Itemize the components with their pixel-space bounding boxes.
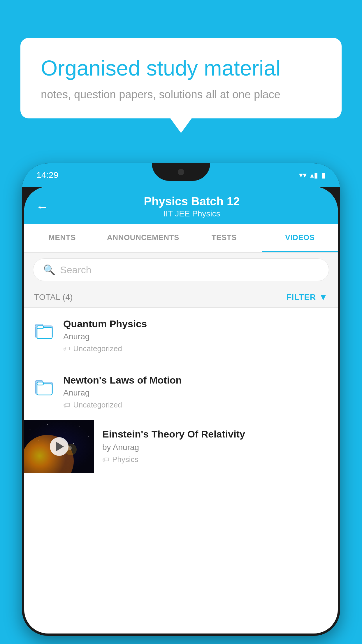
total-count: TOTAL (4) bbox=[34, 293, 73, 302]
search-bar[interactable]: 🔍 Search bbox=[33, 258, 329, 281]
camera bbox=[178, 169, 184, 175]
item-title: Newton's Laws of Motion bbox=[63, 374, 328, 386]
item-author: by Anurag bbox=[102, 443, 330, 452]
tab-bar: MENTS ANNOUNCEMENTS TESTS VIDEOS bbox=[24, 224, 338, 253]
bubble-subtitle: notes, question papers, solutions all at… bbox=[41, 88, 321, 101]
videos-list: Quantum Physics Anurag 🏷 Uncategorized bbox=[24, 308, 338, 473]
app-header: ← Physics Batch 12 IIT JEE Physics bbox=[24, 187, 338, 224]
search-icon: 🔍 bbox=[43, 264, 55, 276]
status-bar: 14:29 ▾▾ ▴▮ ▮ bbox=[22, 163, 340, 187]
item-info: Einstein's Theory Of Relativity by Anura… bbox=[94, 420, 338, 472]
item-title: Einstein's Theory Of Relativity bbox=[102, 428, 330, 440]
back-button[interactable]: ← bbox=[36, 200, 49, 214]
phone-device: 14:29 ▾▾ ▴▮ ▮ ← Physics Batch 12 IIT JEE… bbox=[22, 163, 340, 644]
filter-label: FILTER bbox=[286, 293, 316, 302]
item-tag: 🏷 Physics bbox=[102, 455, 330, 464]
list-item[interactable]: Quantum Physics Anurag 🏷 Uncategorized bbox=[24, 308, 338, 364]
item-author: Anurag bbox=[63, 332, 328, 341]
tab-tests[interactable]: TESTS bbox=[186, 224, 262, 252]
svg-point-13 bbox=[88, 436, 89, 437]
phone-notch bbox=[152, 163, 210, 181]
item-author: Anurag bbox=[63, 388, 328, 398]
svg-point-15 bbox=[73, 443, 74, 444]
speech-bubble-section: Organised study material notes, question… bbox=[20, 38, 342, 118]
svg-rect-7 bbox=[37, 382, 43, 385]
svg-rect-6 bbox=[37, 384, 52, 395]
folder-icon bbox=[34, 376, 55, 398]
item-info: Quantum Physics Anurag 🏷 Uncategorized bbox=[63, 318, 328, 353]
filter-icon: ▼ bbox=[319, 292, 328, 302]
filter-row: TOTAL (4) FILTER ▼ bbox=[24, 287, 338, 308]
phone-frame: 14:29 ▾▾ ▴▮ ▮ ← Physics Batch 12 IIT JEE… bbox=[22, 163, 340, 636]
folder-icon bbox=[34, 320, 55, 342]
tag-icon: 🏷 bbox=[63, 401, 70, 409]
item-info: Newton's Laws of Motion Anurag 🏷 Uncateg… bbox=[63, 374, 328, 410]
tab-announcements[interactable]: ANNOUNCEMENTS bbox=[100, 224, 186, 252]
list-item[interactable]: Newton's Laws of Motion Anurag 🏷 Uncateg… bbox=[24, 364, 338, 420]
svg-point-11 bbox=[65, 432, 66, 433]
status-icons: ▾▾ ▴▮ ▮ bbox=[299, 171, 326, 180]
tab-documents[interactable]: MENTS bbox=[24, 224, 100, 252]
svg-point-9 bbox=[30, 429, 31, 430]
screen-title: Physics Batch 12 bbox=[57, 195, 326, 208]
tag-label: Uncategorized bbox=[73, 344, 122, 353]
search-placeholder: Search bbox=[60, 264, 92, 276]
list-item[interactable]: Einstein's Theory Of Relativity by Anura… bbox=[24, 420, 338, 473]
wifi-icon: ▾▾ bbox=[299, 171, 307, 180]
tag-label: Physics bbox=[112, 455, 138, 464]
svg-point-12 bbox=[79, 426, 80, 426]
play-icon bbox=[56, 442, 64, 451]
speech-bubble-card: Organised study material notes, question… bbox=[20, 38, 342, 118]
tag-icon: 🏷 bbox=[63, 345, 70, 353]
phone-screen: ← Physics Batch 12 IIT JEE Physics MENTS… bbox=[24, 187, 338, 634]
svg-point-10 bbox=[47, 424, 48, 425]
search-container: 🔍 Search bbox=[24, 253, 338, 287]
item-title: Quantum Physics bbox=[63, 318, 328, 330]
filter-button[interactable]: FILTER ▼ bbox=[286, 292, 328, 302]
play-button[interactable] bbox=[50, 437, 68, 456]
tab-videos[interactable]: VIDEOS bbox=[262, 224, 338, 252]
signal-icon: ▴▮ bbox=[310, 171, 318, 180]
item-tag: 🏷 Uncategorized bbox=[63, 344, 328, 353]
tag-icon: 🏷 bbox=[102, 456, 109, 464]
svg-rect-3 bbox=[37, 326, 43, 329]
bubble-title: Organised study material bbox=[41, 55, 321, 81]
item-tag: 🏷 Uncategorized bbox=[63, 400, 328, 410]
status-time: 14:29 bbox=[36, 170, 58, 180]
battery-icon: ▮ bbox=[321, 171, 326, 180]
svg-rect-2 bbox=[37, 328, 52, 339]
header-title-area: Physics Batch 12 IIT JEE Physics bbox=[57, 195, 326, 218]
video-thumbnail bbox=[24, 420, 94, 473]
tag-label: Uncategorized bbox=[73, 400, 122, 410]
screen-subtitle: IIT JEE Physics bbox=[57, 209, 326, 218]
